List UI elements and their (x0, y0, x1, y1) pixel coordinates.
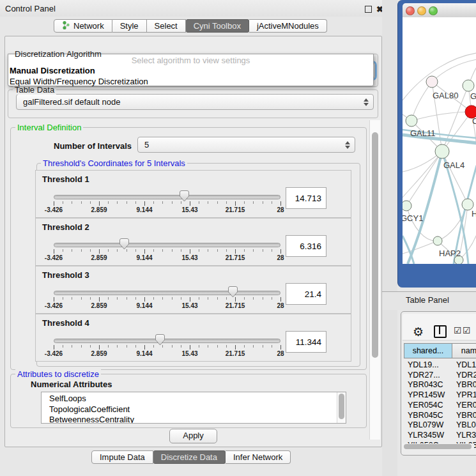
slider-tick-label: 2.859 (91, 254, 107, 261)
table-cell[interactable]: YLR345W (408, 431, 451, 440)
split-table-icon[interactable] (434, 325, 447, 338)
slider-tick (72, 201, 72, 204)
network-node-GAL11[interactable] (406, 115, 417, 127)
slider-track[interactable] (54, 291, 280, 295)
tab-impute-data[interactable]: Impute Data (91, 450, 153, 464)
tab-network[interactable]: Network (54, 19, 112, 33)
threshold-value-field[interactable]: 11.344 (286, 331, 326, 353)
threshold-panel-4: Threshold 4-3.4262.8599.14415.4321.71528… (35, 314, 351, 362)
table-cell[interactable]: YER054C (456, 401, 476, 410)
tab-jactivemnodules[interactable]: jActiveMNodules (249, 19, 327, 33)
slider-tick (235, 345, 236, 349)
attribute-item[interactable]: TopologicalCoefficient (42, 404, 346, 415)
slider-tick (54, 249, 54, 254)
num-intervals-combobox[interactable]: 5 (137, 137, 355, 153)
mac-minimize-icon[interactable] (417, 6, 426, 15)
slider-tick (162, 297, 163, 300)
slider-track[interactable] (54, 195, 280, 199)
slider-tick (208, 249, 208, 252)
slider-tick (135, 201, 136, 204)
table-cell[interactable]: YBR045C (456, 411, 476, 420)
threshold-label: Threshold 4 (42, 318, 89, 328)
screenshot-root: Control Panel ✖ NetworkStyleSelectCyni T… (0, 0, 476, 476)
slider-tick (199, 297, 199, 300)
slider-tick (144, 297, 145, 302)
threshold-value-field[interactable]: 14.713 (286, 187, 326, 209)
table-cell[interactable]: YPR145W (456, 390, 476, 399)
mac-close-icon[interactable] (406, 6, 415, 15)
network-view-window: GAL80GACGAL11GAL4GCY1HHAP2 (397, 0, 476, 288)
popup-item-manual-discretization[interactable]: Manual Discretization (8, 65, 373, 76)
checkbox-checked-icon[interactable]: ☑ (454, 325, 462, 335)
mac-zoom-icon[interactable] (429, 6, 438, 15)
numerical-attributes-list[interactable]: SelfLoopsTopologicalCoefficientBetweenne… (41, 392, 346, 424)
table-panel-title: Table Panel (406, 295, 449, 305)
gear-icon[interactable]: ⚙ (413, 325, 424, 339)
column-header-name[interactable]: name (452, 343, 476, 358)
slider-tick (199, 201, 199, 204)
slider-tick (253, 345, 254, 348)
tab-style[interactable]: Style (112, 19, 147, 33)
checkbox-checked-icon[interactable]: ☑ (463, 325, 471, 335)
table-cell[interactable]: YBR045C (408, 411, 451, 420)
slider-tick-label: -3.426 (45, 254, 63, 261)
settings-scrollbar-track[interactable] (369, 120, 380, 440)
slider-tick (72, 249, 72, 252)
table-cell[interactable]: YDR27... (456, 371, 476, 380)
table-hscrollbar-track[interactable] (403, 443, 474, 450)
table-cell[interactable]: YBL079W (456, 420, 476, 429)
table-hscrollbar-thumb[interactable] (404, 444, 472, 449)
slider-tick (153, 297, 154, 300)
tab-infer-network[interactable]: Infer Network (226, 450, 291, 464)
slider-tick (172, 345, 173, 348)
table-cell[interactable]: YER054C (408, 401, 451, 410)
tab-cyni-toolbox[interactable]: Cyni Toolbox (186, 19, 249, 33)
attribute-item[interactable]: SelfLoops (42, 394, 346, 404)
network-node-HAP2[interactable] (433, 236, 442, 245)
table-cell[interactable]: YLR345W (456, 431, 476, 440)
table-cell[interactable]: YBR043C (408, 380, 451, 389)
slider-tick (108, 249, 109, 252)
panel-splitter[interactable] (382, 0, 397, 476)
table-cell[interactable]: YBR043C (456, 380, 476, 389)
table-data-combobox[interactable]: galFiltered.sif default node (16, 94, 374, 110)
slider-track[interactable] (54, 339, 280, 343)
slider-tick (208, 345, 208, 348)
table-cell[interactable]: YDL19... (408, 360, 451, 369)
threshold-value-field[interactable]: 6.316 (286, 235, 326, 257)
threshold-value-field[interactable]: 21.4 (286, 283, 326, 305)
table-cell[interactable]: YDR27... (408, 371, 451, 380)
slider-tick (181, 249, 181, 252)
slider-tick-label: 15.43 (181, 350, 197, 357)
float-panel-icon[interactable] (365, 6, 372, 13)
slider-tick (280, 249, 281, 254)
attribute-item[interactable]: BetweennessCentrality (42, 415, 346, 424)
tab-discretize-data[interactable]: Discretize Data (153, 450, 226, 464)
apply-button[interactable]: Apply (169, 429, 217, 443)
network-node-GAL80[interactable] (426, 76, 438, 88)
tab-select[interactable]: Select (147, 19, 186, 33)
table-cell[interactable]: YBL079W (408, 420, 451, 429)
attributes-scrollbar-thumb[interactable] (339, 394, 344, 419)
node-label: GAL80 (433, 91, 458, 100)
table-cell[interactable]: YDL19... (456, 360, 476, 369)
table-cell[interactable]: YPR145W (408, 390, 451, 399)
numerical-attributes-label: Numerical Attributes (31, 380, 112, 389)
column-header-shared-[interactable]: shared... (404, 343, 452, 358)
network-node-GAL4[interactable] (435, 144, 449, 158)
slider-thumb-threshold-1[interactable] (180, 190, 189, 202)
settings-scrollbar-thumb[interactable] (372, 132, 378, 358)
network-node-GCY1[interactable] (403, 201, 411, 211)
slider-thumb-threshold-3[interactable] (228, 286, 238, 298)
network-canvas[interactable]: GAL80GACGAL11GAL4GCY1HHAP2 (403, 17, 476, 264)
slider-tick (253, 297, 254, 300)
network-window-titlebar (403, 3, 476, 18)
attributes-scrollbar-track[interactable] (337, 392, 346, 423)
popup-item-equal-width-frequency-discretization[interactable]: Equal Width/Frequency Discretization (8, 76, 373, 87)
slider-thumb-threshold-2[interactable] (119, 238, 129, 250)
slider-track[interactable] (54, 243, 280, 247)
network-node-GA[interactable] (463, 80, 474, 91)
slider-thumb-threshold-4[interactable] (155, 334, 165, 346)
slider-tick (135, 345, 136, 348)
slider-tick (72, 297, 72, 300)
